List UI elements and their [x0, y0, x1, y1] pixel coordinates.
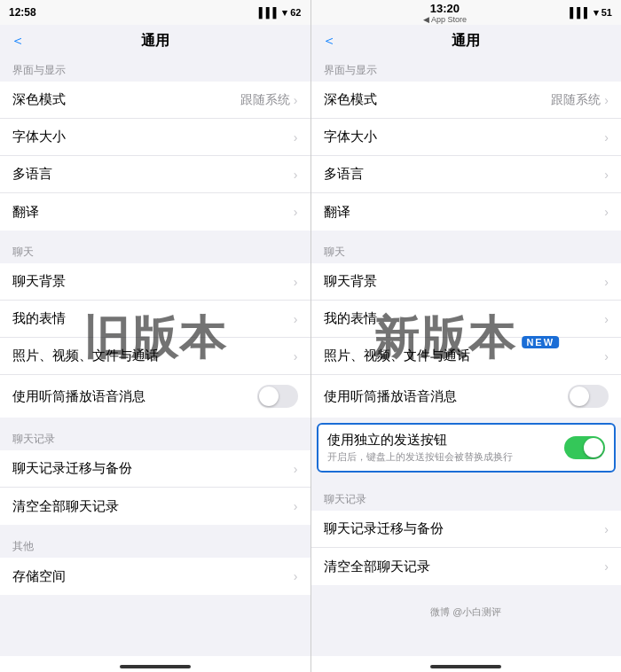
dark-mode-row-right[interactable]: 深色模式 跟随系统 › — [311, 82, 622, 119]
earphone-toggle-left[interactable] — [257, 385, 298, 408]
translate-label-right: 翻译 — [324, 204, 350, 221]
chat-backup-label-right: 聊天记录迁移与备份 — [324, 520, 444, 537]
chevron-storage-left: › — [294, 569, 298, 583]
send-button-row[interactable]: 使用独立的发送按钮 开启后，键盘上的发送按钮会被替换成换行 — [317, 423, 617, 473]
clear-chat-label-left: 清空全部聊天记录 — [12, 498, 119, 515]
storage-label-left: 存储空间 — [12, 568, 66, 585]
send-toggle[interactable] — [564, 436, 605, 459]
signal-icon-right: ▌▌▌ — [570, 7, 590, 18]
section-chat-right: 聊天 — [311, 238, 622, 263]
chevron-font-left: › — [294, 130, 298, 145]
media-row-left[interactable]: 照片、视频、文件与通话 › — [0, 338, 310, 375]
chevron-clear-left: › — [294, 499, 298, 513]
chevron-language-left: › — [294, 168, 298, 182]
dark-mode-value-left: 跟随系统 — [240, 92, 290, 108]
chevron-backup-left: › — [294, 462, 298, 476]
chat-backup-label-left: 聊天记录迁移与备份 — [12, 460, 132, 477]
language-row-right[interactable]: 多语言 › — [311, 156, 622, 193]
earphone-label-left: 使用听筒播放语音消息 — [12, 388, 145, 405]
earphone-label-right: 使用听筒播放语音消息 — [324, 388, 457, 405]
app-store-label: ◀ App Store — [320, 15, 570, 24]
chevron-dark-mode-left: › — [294, 93, 298, 107]
chevron-chatbg-left: › — [294, 275, 298, 289]
back-button-right[interactable]: ＜ — [322, 32, 336, 51]
status-left: 12:58 ▌▌▌ ▾ 62 — [0, 0, 311, 25]
home-indicator-left — [0, 656, 310, 672]
translate-label-left: 翻译 — [12, 204, 39, 221]
clear-chat-row-left[interactable]: 清空全部聊天记录 › — [0, 488, 310, 525]
chat-backup-row-left[interactable]: 聊天记录迁移与备份 › — [0, 450, 310, 488]
other-group-left: 存储空间 › — [0, 558, 310, 595]
section-chat-left: 聊天 — [0, 238, 310, 263]
display-group-left: 深色模式 跟随系统 › 字体大小 › 多语言 › 翻译 › — [0, 82, 310, 231]
dark-mode-label-right: 深色模式 — [324, 91, 377, 108]
signal-icon-left: ▌▌▌ — [259, 7, 279, 18]
toggle-knob-right — [570, 387, 589, 406]
highlighted-wrap: 使用独立的发送按钮 开启后，键盘上的发送按钮会被替换成换行 — [311, 418, 622, 478]
my-emoji-label-left: 我的表情 — [12, 310, 66, 327]
screen-left-content: 旧版本 界面与显示 深色模式 跟随系统 › 字体大小 › 多语言 › — [0, 56, 310, 656]
chat-backup-row-right[interactable]: 聊天记录迁移与备份 › — [311, 511, 622, 548]
chevron-font-right: › — [604, 130, 609, 145]
display-group-right: 深色模式 跟随系统 › 字体大小 › 多语言 › 翻译 › — [311, 82, 622, 231]
my-emoji-row-left[interactable]: 我的表情 › — [0, 301, 310, 338]
section-chat-record-left: 聊天记录 — [0, 425, 310, 450]
chevron-translate-right: › — [604, 205, 609, 219]
earphone-row-left[interactable]: 使用听筒播放语音消息 — [0, 375, 310, 418]
chevron-translate-left: › — [294, 205, 298, 219]
chat-bg-row-left[interactable]: 聊天背景 › — [0, 263, 310, 301]
font-size-label-right: 字体大小 — [324, 129, 377, 145]
time-right: 13:20 — [320, 2, 570, 15]
chevron-backup-right: › — [604, 522, 609, 536]
chat-record-group-right: 聊天记录迁移与备份 › 清空全部聊天记录 › — [311, 511, 622, 585]
screen-right: ＜ 通用 新版本NEW 界面与显示 深色模式 跟随系统 › — [311, 25, 622, 672]
icons-right: ▌▌▌ ▾ 51 — [570, 7, 612, 19]
section-display-left: 界面与显示 — [0, 56, 310, 82]
dark-mode-right-right: 跟随系统 › — [551, 92, 609, 108]
home-bar-left — [120, 665, 191, 668]
chevron-chatbg-right: › — [604, 275, 609, 289]
storage-row-left[interactable]: 存储空间 › — [0, 558, 310, 595]
section-other-left: 其他 — [0, 532, 310, 558]
earphone-toggle-right[interactable] — [568, 385, 609, 408]
nav-title-left: 通用 — [141, 32, 169, 51]
translate-row-left[interactable]: 翻译 › — [0, 193, 310, 231]
chat-group-left: 聊天背景 › 我的表情 › 照片、视频、文件与通话 › 使用听筒播放语音消息 — [0, 263, 310, 418]
watermark: 微博 @小白测评 — [430, 606, 501, 619]
icons-left: ▌▌▌ ▾ 62 — [259, 7, 302, 19]
font-size-row-left[interactable]: 字体大小 › — [0, 119, 310, 156]
home-bar-right — [430, 665, 501, 668]
wifi-icon-left: ▾ — [282, 7, 287, 19]
dark-mode-right-left: 跟随系统 › — [240, 92, 298, 108]
chat-bg-label-left: 聊天背景 — [12, 273, 66, 290]
media-label-right: 照片、视频、文件与通话 — [324, 348, 470, 364]
section-chat-record-right: 聊天记录 — [311, 485, 622, 511]
chevron-media-right: › — [604, 349, 609, 363]
wifi-icon-right: ▾ — [593, 7, 599, 19]
split-screens: ＜ 通用 旧版本 界面与显示 深色模式 跟随系统 › 字体大小 › — [0, 25, 621, 672]
home-indicator-right — [311, 656, 622, 672]
dark-mode-row-left[interactable]: 深色模式 跟随系统 › — [0, 82, 310, 119]
chat-bg-row-right[interactable]: 聊天背景 › — [311, 263, 622, 301]
clear-chat-row-right[interactable]: 清空全部聊天记录 › — [311, 548, 622, 585]
chevron-clear-right: › — [604, 559, 609, 574]
battery-icon-left: 62 — [290, 7, 301, 18]
media-row-right[interactable]: 照片、视频、文件与通话 › — [311, 338, 622, 375]
battery-icon-right: 51 — [601, 7, 612, 18]
chevron-dark-mode-right: › — [604, 93, 609, 107]
back-button-left[interactable]: ＜ — [11, 32, 25, 51]
chevron-emoji-left: › — [294, 312, 298, 326]
font-size-label-left: 字体大小 — [12, 129, 66, 145]
media-label-left: 照片、视频、文件与通话 — [12, 348, 159, 364]
my-emoji-row-right[interactable]: 我的表情 › — [311, 301, 622, 338]
language-label-left: 多语言 — [12, 166, 52, 183]
font-size-row-right[interactable]: 字体大小 › — [311, 119, 622, 156]
chat-record-group-left: 聊天记录迁移与备份 › 清空全部聊天记录 › — [0, 450, 310, 525]
language-row-left[interactable]: 多语言 › — [0, 156, 310, 193]
translate-row-right[interactable]: 翻译 › — [311, 193, 622, 231]
chat-bg-label-right: 聊天背景 — [324, 273, 377, 290]
earphone-row-right[interactable]: 使用听筒播放语音消息 — [311, 375, 622, 418]
section-display-right: 界面与显示 — [311, 56, 622, 82]
toggle-knob-left — [259, 387, 279, 406]
clear-chat-label-right: 清空全部聊天记录 — [324, 559, 430, 575]
